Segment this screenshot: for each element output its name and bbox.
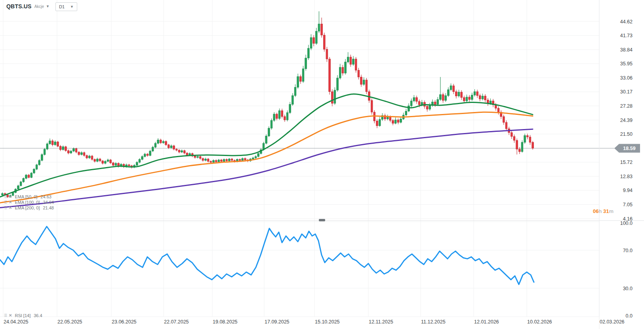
candle-body xyxy=(75,149,77,152)
instrument-selector[interactable]: QBTS.US Akcje ▼ xyxy=(6,3,50,10)
chart-background xyxy=(0,0,644,329)
candle-body xyxy=(308,48,310,58)
candle-body xyxy=(474,92,476,95)
candle-body xyxy=(524,135,526,142)
indicator-close-icon[interactable]: ✕ xyxy=(9,206,12,210)
candle-body xyxy=(479,95,481,99)
candle-body xyxy=(445,95,447,100)
candle-body xyxy=(450,86,452,90)
candle-body xyxy=(105,162,107,164)
candle-body xyxy=(376,121,378,126)
price-axis-label: 27.28 xyxy=(620,103,633,109)
price-axis-label: 41.73 xyxy=(620,33,633,38)
ema50-value: 24.63 xyxy=(40,194,51,199)
candle-body xyxy=(83,152,85,155)
candle-body xyxy=(310,38,312,48)
candle-body xyxy=(65,147,67,151)
candle-body xyxy=(38,160,40,165)
rsi-axis-label: 0.0 xyxy=(626,313,633,319)
price-axis-label: 30.17 xyxy=(620,89,633,95)
candle-body xyxy=(186,153,188,155)
candle-body xyxy=(110,160,112,163)
candle-body xyxy=(408,106,410,111)
candle-body xyxy=(231,159,233,160)
price-axis-label: 21.50 xyxy=(620,131,633,137)
candle-body xyxy=(466,97,468,101)
candle-body xyxy=(532,143,534,148)
candle-body xyxy=(400,119,402,122)
candle-body xyxy=(213,160,215,162)
candle-body xyxy=(521,143,523,152)
candle-body xyxy=(469,97,471,99)
rsi-legend: ☰ ✕ RSI [14] 36.4 xyxy=(4,313,42,318)
candle-body xyxy=(265,136,267,144)
candle-body xyxy=(455,92,457,96)
instrument-type-label: Akcje xyxy=(34,4,44,9)
candle-body xyxy=(297,76,299,87)
candle-body xyxy=(482,96,484,99)
ema100-value: 24.64 xyxy=(43,200,54,205)
candle-body xyxy=(62,147,64,150)
timeframe-dropdown[interactable]: D1 ▼ xyxy=(55,2,77,11)
candle-body xyxy=(160,140,162,143)
candle-body xyxy=(165,141,167,145)
candle-body xyxy=(276,114,278,118)
price-axis-label: 15.72 xyxy=(620,160,633,165)
candle-body xyxy=(197,156,199,158)
candle-body xyxy=(51,141,53,145)
candle-body xyxy=(418,101,420,105)
rsi-label: RSI [14] xyxy=(15,313,30,318)
candle-body xyxy=(334,90,336,103)
trading-chart-page: { "header": {"symbol": "QBTS.US", "instr… xyxy=(0,0,644,329)
candle-body xyxy=(511,133,513,137)
indicator-close-icon[interactable]: ✕ xyxy=(9,200,12,204)
date-axis-label: 24.04.2025 xyxy=(4,319,29,325)
indicator-settings-icon[interactable]: ☰ xyxy=(4,195,7,199)
candle-body xyxy=(70,151,72,153)
candle-body xyxy=(268,128,270,136)
candle-body xyxy=(152,147,154,151)
candle-body xyxy=(371,101,373,112)
candle-body xyxy=(178,150,180,152)
price-axis-label: 12.83 xyxy=(620,174,633,179)
indicator-settings-icon[interactable]: ☰ xyxy=(4,206,7,210)
candle-body xyxy=(210,162,212,163)
candle-body xyxy=(316,31,318,44)
candle-body xyxy=(394,120,396,124)
chart-canvas[interactable]: 44.6241.7338.8435.9533.0630.1727.2824.39… xyxy=(0,0,644,329)
panel-resize-handle[interactable] xyxy=(319,219,325,221)
date-axis-label: 12.01.2026 xyxy=(474,319,499,325)
candle-body xyxy=(300,76,302,81)
candle-body xyxy=(363,80,365,84)
candle-body xyxy=(281,111,283,117)
candle-body xyxy=(168,145,170,148)
indicator-close-icon[interactable]: ✕ xyxy=(9,314,12,318)
candle-body xyxy=(379,120,381,126)
symbol-label: QBTS.US xyxy=(6,3,32,10)
date-axis-label: 23.06.2025 xyxy=(112,319,137,325)
date-axis-label: 19.08.2025 xyxy=(213,319,238,325)
candle-body xyxy=(463,97,465,101)
candle-body xyxy=(81,152,83,154)
candle-body xyxy=(20,182,22,186)
indicator-settings-icon[interactable]: ☰ xyxy=(4,314,7,318)
candle-body xyxy=(484,96,486,100)
candle-body xyxy=(329,59,331,92)
candle-body xyxy=(44,149,46,155)
candle-body xyxy=(25,175,27,179)
candle-body xyxy=(321,24,323,35)
candle-body xyxy=(36,165,38,169)
indicator-settings-icon[interactable]: ☰ xyxy=(4,201,7,204)
candle-body xyxy=(91,156,93,160)
candle-body xyxy=(413,97,415,101)
timeframe-value: D1 xyxy=(59,4,65,9)
candle-body xyxy=(17,186,19,189)
candle-body xyxy=(54,142,56,145)
candle-body xyxy=(337,78,339,90)
price-axis-label: 24.39 xyxy=(620,118,633,123)
date-axis-label: 15.10.2025 xyxy=(315,319,340,325)
candle-body xyxy=(157,140,159,143)
candle-body xyxy=(139,160,141,162)
candle-body xyxy=(278,111,280,119)
indicator-close-icon[interactable]: ✕ xyxy=(9,195,12,199)
